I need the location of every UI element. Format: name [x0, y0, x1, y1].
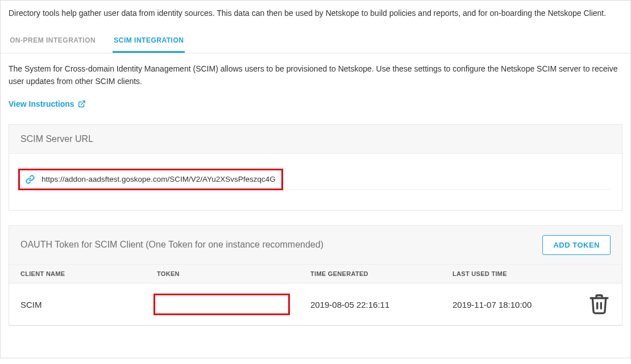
oauth-token-card: OAUTH Token for SCIM Client (One Token f…: [9, 225, 622, 326]
cell-time-generated: 2019-08-05 22:16:11: [310, 300, 453, 309]
external-link-icon: [78, 100, 86, 108]
scim-server-url-card: SCIM Server URL https://addon-aadsftest.…: [9, 124, 622, 211]
view-instructions-link[interactable]: View Instructions: [9, 99, 86, 108]
link-icon: [26, 175, 35, 184]
scim-server-url-value[interactable]: https://addon-aadsftest.goskope.com/SCIM…: [41, 175, 276, 183]
col-time-generated: TIME GENERATED: [310, 270, 453, 277]
table-row: SCIM 2019-08-05 22:16:11 2019-11-07 18:1…: [9, 283, 622, 325]
svg-line-0: [81, 101, 85, 104]
tabs-bar: ON-PREM INTEGRATION SCIM INTEGRATION: [1, 30, 630, 53]
col-last-used: LAST USED TIME: [453, 270, 588, 277]
oauth-token-title: OAUTH Token for SCIM Client (One Token f…: [20, 240, 323, 250]
tab-onprem-integration[interactable]: ON-PREM INTEGRATION: [9, 30, 97, 53]
cell-last-used: 2019-11-07 18:10:00: [453, 300, 588, 309]
oauth-token-header: OAUTH Token for SCIM Client (One Token f…: [9, 226, 622, 265]
col-actions: [588, 270, 611, 277]
cell-actions: [588, 292, 611, 317]
intro-text: Directory tools help gather user data fr…: [1, 1, 630, 30]
url-underline: [283, 189, 611, 190]
add-token-button[interactable]: ADD TOKEN: [542, 235, 611, 255]
delete-icon[interactable]: [588, 307, 611, 317]
scim-server-url-title: SCIM Server URL: [9, 125, 622, 154]
tab-scim-integration[interactable]: SCIM INTEGRATION: [113, 30, 185, 53]
col-client-name: CLIENT NAME: [20, 270, 157, 277]
scim-description: The System for Cross-domain Identity Man…: [9, 62, 622, 88]
page-container: Directory tools help gather user data fr…: [0, 0, 631, 358]
scim-server-url-body: https://addon-aadsftest.goskope.com/SCIM…: [9, 154, 622, 210]
cell-token: [157, 296, 310, 313]
tab-content: The System for Cross-domain Identity Man…: [1, 53, 630, 358]
col-token: TOKEN: [157, 270, 310, 277]
cell-client-name: SCIM: [20, 300, 157, 309]
token-table-header: CLIENT NAME TOKEN TIME GENERATED LAST US…: [9, 265, 622, 283]
token-redaction-highlight: [153, 294, 290, 315]
scim-url-highlight: https://addon-aadsftest.goskope.com/SCIM…: [18, 169, 283, 190]
view-instructions-label: View Instructions: [9, 99, 74, 108]
